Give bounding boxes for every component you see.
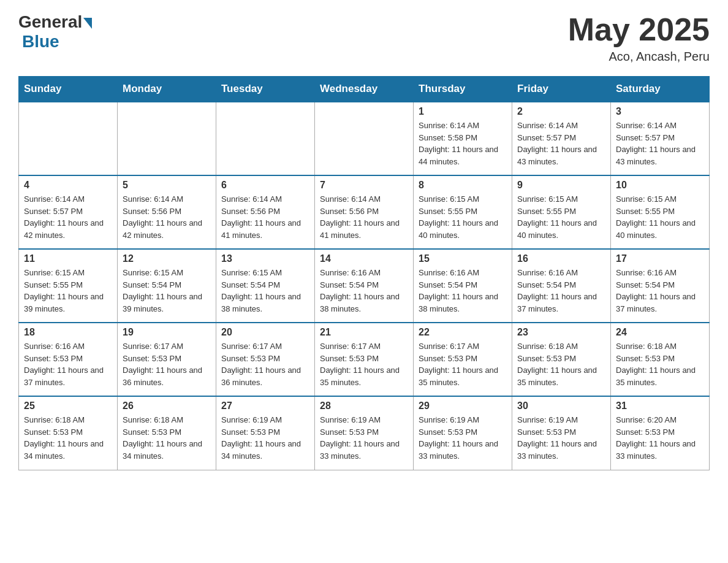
calendar-cell: 14Sunrise: 6:16 AM Sunset: 5:54 PM Dayli… xyxy=(315,249,414,323)
day-info: Sunrise: 6:17 AM Sunset: 5:53 PM Dayligh… xyxy=(221,340,309,388)
day-info: Sunrise: 6:19 AM Sunset: 5:53 PM Dayligh… xyxy=(419,414,507,462)
day-number: 5 xyxy=(123,180,211,191)
day-number: 17 xyxy=(616,253,704,264)
day-info: Sunrise: 6:20 AM Sunset: 5:53 PM Dayligh… xyxy=(616,414,704,462)
day-number: 25 xyxy=(24,400,112,412)
day-number: 20 xyxy=(221,327,309,338)
calendar-cell: 27Sunrise: 6:19 AM Sunset: 5:53 PM Dayli… xyxy=(216,396,315,470)
calendar-cell: 18Sunrise: 6:16 AM Sunset: 5:53 PM Dayli… xyxy=(19,323,118,396)
day-number: 23 xyxy=(517,327,605,338)
day-of-week-header: Sunday xyxy=(19,77,118,102)
calendar-cell xyxy=(118,102,216,175)
day-number: 14 xyxy=(320,253,408,264)
calendar-cell: 16Sunrise: 6:16 AM Sunset: 5:54 PM Dayli… xyxy=(512,249,611,323)
calendar-cell: 9Sunrise: 6:15 AM Sunset: 5:55 PM Daylig… xyxy=(512,175,611,249)
logo-general-text: General xyxy=(18,12,82,32)
day-info: Sunrise: 6:15 AM Sunset: 5:55 PM Dayligh… xyxy=(517,193,605,241)
day-number: 6 xyxy=(221,180,309,191)
day-info: Sunrise: 6:14 AM Sunset: 5:58 PM Dayligh… xyxy=(419,120,507,167)
day-info: Sunrise: 6:15 AM Sunset: 5:55 PM Dayligh… xyxy=(616,193,704,241)
day-of-week-header: Thursday xyxy=(414,77,512,102)
day-info: Sunrise: 6:17 AM Sunset: 5:53 PM Dayligh… xyxy=(419,340,507,388)
calendar-cell: 24Sunrise: 6:18 AM Sunset: 5:53 PM Dayli… xyxy=(611,323,710,396)
calendar-cell: 10Sunrise: 6:15 AM Sunset: 5:55 PM Dayli… xyxy=(611,175,710,249)
day-number: 12 xyxy=(123,253,211,264)
calendar-cell: 6Sunrise: 6:14 AM Sunset: 5:56 PM Daylig… xyxy=(216,175,315,249)
day-info: Sunrise: 6:16 AM Sunset: 5:54 PM Dayligh… xyxy=(616,267,704,315)
calendar-cell: 17Sunrise: 6:16 AM Sunset: 5:54 PM Dayli… xyxy=(611,249,710,323)
calendar-cell: 30Sunrise: 6:19 AM Sunset: 5:53 PM Dayli… xyxy=(512,396,611,470)
day-number: 1 xyxy=(419,106,507,117)
page-header: General Blue May 2025 Aco, Ancash, Peru xyxy=(18,12,710,64)
calendar-cell xyxy=(216,102,315,175)
day-number: 22 xyxy=(419,327,507,338)
calendar-cell: 5Sunrise: 6:14 AM Sunset: 5:56 PM Daylig… xyxy=(118,175,216,249)
day-number: 8 xyxy=(419,180,507,191)
day-number: 2 xyxy=(517,106,605,117)
calendar-cell: 13Sunrise: 6:15 AM Sunset: 5:54 PM Dayli… xyxy=(216,249,315,323)
day-info: Sunrise: 6:19 AM Sunset: 5:53 PM Dayligh… xyxy=(517,414,605,462)
day-of-week-header: Saturday xyxy=(611,77,710,102)
day-number: 29 xyxy=(419,400,507,412)
month-year-title: May 2025 xyxy=(568,12,710,47)
calendar-cell: 23Sunrise: 6:18 AM Sunset: 5:53 PM Dayli… xyxy=(512,323,611,396)
calendar-cell xyxy=(19,102,118,175)
calendar-cell: 8Sunrise: 6:15 AM Sunset: 5:55 PM Daylig… xyxy=(414,175,512,249)
calendar-table: SundayMondayTuesdayWednesdayThursdayFrid… xyxy=(18,76,710,470)
calendar-cell: 20Sunrise: 6:17 AM Sunset: 5:53 PM Dayli… xyxy=(216,323,315,396)
day-info: Sunrise: 6:18 AM Sunset: 5:53 PM Dayligh… xyxy=(123,414,211,462)
calendar-cell: 2Sunrise: 6:14 AM Sunset: 5:57 PM Daylig… xyxy=(512,102,611,175)
calendar-cell xyxy=(315,102,414,175)
calendar-cell: 26Sunrise: 6:18 AM Sunset: 5:53 PM Dayli… xyxy=(118,396,216,470)
calendar-cell: 22Sunrise: 6:17 AM Sunset: 5:53 PM Dayli… xyxy=(414,323,512,396)
day-number: 10 xyxy=(616,180,704,191)
day-info: Sunrise: 6:17 AM Sunset: 5:53 PM Dayligh… xyxy=(320,340,408,388)
logo-blue-text: Blue xyxy=(22,32,59,52)
day-number: 3 xyxy=(616,106,704,117)
day-info: Sunrise: 6:14 AM Sunset: 5:57 PM Dayligh… xyxy=(24,193,112,241)
day-number: 31 xyxy=(616,400,704,412)
day-info: Sunrise: 6:16 AM Sunset: 5:53 PM Dayligh… xyxy=(24,340,112,388)
day-number: 28 xyxy=(320,400,408,412)
day-info: Sunrise: 6:19 AM Sunset: 5:53 PM Dayligh… xyxy=(320,414,408,462)
day-info: Sunrise: 6:15 AM Sunset: 5:55 PM Dayligh… xyxy=(24,267,112,315)
calendar-cell: 11Sunrise: 6:15 AM Sunset: 5:55 PM Dayli… xyxy=(19,249,118,323)
calendar-cell: 25Sunrise: 6:18 AM Sunset: 5:53 PM Dayli… xyxy=(19,396,118,470)
day-number: 7 xyxy=(320,180,408,191)
day-info: Sunrise: 6:18 AM Sunset: 5:53 PM Dayligh… xyxy=(616,340,704,388)
day-info: Sunrise: 6:17 AM Sunset: 5:53 PM Dayligh… xyxy=(123,340,211,388)
day-of-week-header: Friday xyxy=(512,77,611,102)
calendar-cell: 15Sunrise: 6:16 AM Sunset: 5:54 PM Dayli… xyxy=(414,249,512,323)
calendar-cell: 1Sunrise: 6:14 AM Sunset: 5:58 PM Daylig… xyxy=(414,102,512,175)
calendar-cell: 28Sunrise: 6:19 AM Sunset: 5:53 PM Dayli… xyxy=(315,396,414,470)
day-info: Sunrise: 6:16 AM Sunset: 5:54 PM Dayligh… xyxy=(517,267,605,315)
day-of-week-header: Wednesday xyxy=(315,77,414,102)
day-info: Sunrise: 6:14 AM Sunset: 5:57 PM Dayligh… xyxy=(517,120,605,167)
day-of-week-header: Monday xyxy=(118,77,216,102)
calendar-cell: 21Sunrise: 6:17 AM Sunset: 5:53 PM Dayli… xyxy=(315,323,414,396)
calendar-cell: 7Sunrise: 6:14 AM Sunset: 5:56 PM Daylig… xyxy=(315,175,414,249)
day-number: 18 xyxy=(24,327,112,338)
day-number: 4 xyxy=(24,180,112,191)
day-number: 26 xyxy=(123,400,211,412)
day-number: 13 xyxy=(221,253,309,264)
day-of-week-header: Tuesday xyxy=(216,77,315,102)
calendar-cell: 19Sunrise: 6:17 AM Sunset: 5:53 PM Dayli… xyxy=(118,323,216,396)
calendar-cell: 29Sunrise: 6:19 AM Sunset: 5:53 PM Dayli… xyxy=(414,396,512,470)
calendar-cell: 12Sunrise: 6:15 AM Sunset: 5:54 PM Dayli… xyxy=(118,249,216,323)
day-info: Sunrise: 6:19 AM Sunset: 5:53 PM Dayligh… xyxy=(221,414,309,462)
day-info: Sunrise: 6:14 AM Sunset: 5:56 PM Dayligh… xyxy=(320,193,408,241)
title-block: May 2025 Aco, Ancash, Peru xyxy=(568,12,710,64)
day-number: 11 xyxy=(24,253,112,264)
day-info: Sunrise: 6:14 AM Sunset: 5:56 PM Dayligh… xyxy=(123,193,211,241)
day-number: 30 xyxy=(517,400,605,412)
calendar-cell: 3Sunrise: 6:14 AM Sunset: 5:57 PM Daylig… xyxy=(611,102,710,175)
day-info: Sunrise: 6:18 AM Sunset: 5:53 PM Dayligh… xyxy=(517,340,605,388)
logo: General Blue xyxy=(18,12,92,52)
calendar-cell: 31Sunrise: 6:20 AM Sunset: 5:53 PM Dayli… xyxy=(611,396,710,470)
calendar-cell: 4Sunrise: 6:14 AM Sunset: 5:57 PM Daylig… xyxy=(19,175,118,249)
day-number: 24 xyxy=(616,327,704,338)
day-number: 19 xyxy=(123,327,211,338)
day-number: 15 xyxy=(419,253,507,264)
day-info: Sunrise: 6:15 AM Sunset: 5:55 PM Dayligh… xyxy=(419,193,507,241)
